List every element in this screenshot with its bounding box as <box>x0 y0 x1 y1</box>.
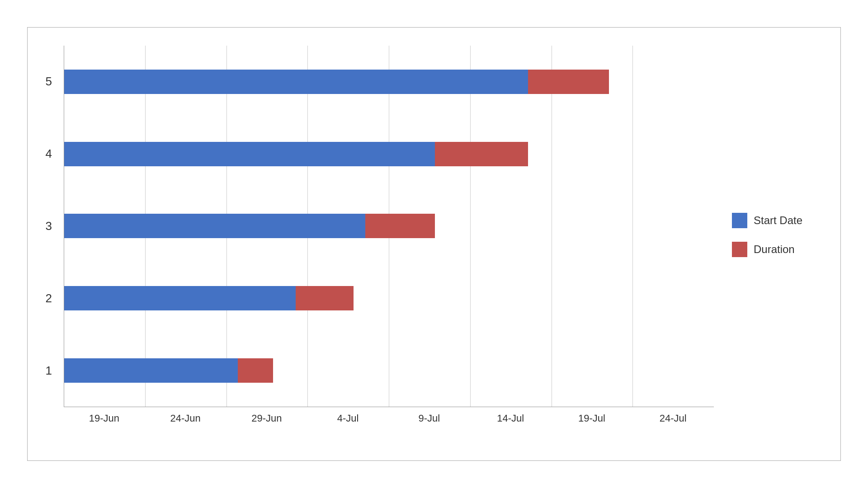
x-label-7: 24-Jul <box>632 413 714 424</box>
bar-row-2: 2 <box>64 278 714 319</box>
bar-start-4 <box>64 142 435 166</box>
bar-duration-2 <box>296 286 354 310</box>
bar-start-2 <box>64 286 296 310</box>
bar-start-1 <box>64 358 238 383</box>
x-label-5: 14-Jul <box>470 413 552 424</box>
chart-area: 5 4 3 2 <box>64 46 714 424</box>
bar-row-3: 3 <box>64 206 714 246</box>
bar-track-5 <box>64 70 714 94</box>
legend-box-duration <box>732 242 747 257</box>
y-label-4: 4 <box>32 147 59 161</box>
x-label-6: 19-Jul <box>551 413 633 424</box>
x-label-1: 24-Jun <box>145 413 226 424</box>
axis-line-left <box>64 46 64 407</box>
bar-start-5 <box>64 70 528 94</box>
x-label-0: 19-Jun <box>63 413 145 424</box>
bar-track-4 <box>64 142 714 166</box>
legend-label-duration: Duration <box>754 243 795 256</box>
bar-row-4: 4 <box>64 134 714 174</box>
y-label-2: 2 <box>32 291 59 305</box>
bars-area: 5 4 3 2 <box>64 46 714 407</box>
x-axis: 19-Jun 24-Jun 29-Jun 4-Jul 9-Jul 14-Jul … <box>64 413 714 424</box>
x-label-2: 29-Jun <box>226 413 308 424</box>
legend-label-start: Start Date <box>754 214 802 227</box>
bar-duration-1 <box>238 358 273 383</box>
bar-duration-5 <box>528 70 609 94</box>
bar-duration-3 <box>365 214 435 238</box>
x-label-3: 4-Jul <box>307 413 389 424</box>
y-label-1: 1 <box>32 364 59 378</box>
bar-row-5: 5 <box>64 61 714 102</box>
legend-item-start: Start Date <box>732 213 802 228</box>
y-label-3: 3 <box>32 219 59 233</box>
legend-box-start <box>732 213 747 228</box>
bar-duration-4 <box>435 142 528 166</box>
bar-row-1: 1 <box>64 350 714 391</box>
bar-start-3 <box>64 214 365 238</box>
bar-track-2 <box>64 286 714 310</box>
legend-item-duration: Duration <box>732 242 795 257</box>
legend: Start Date Duration <box>714 46 831 424</box>
y-label-5: 5 <box>32 75 59 89</box>
chart-container: 5 4 3 2 <box>27 27 841 461</box>
x-label-4: 9-Jul <box>388 413 470 424</box>
axis-line-bottom <box>64 407 714 407</box>
bar-track-3 <box>64 214 714 238</box>
bar-track-1 <box>64 358 714 383</box>
